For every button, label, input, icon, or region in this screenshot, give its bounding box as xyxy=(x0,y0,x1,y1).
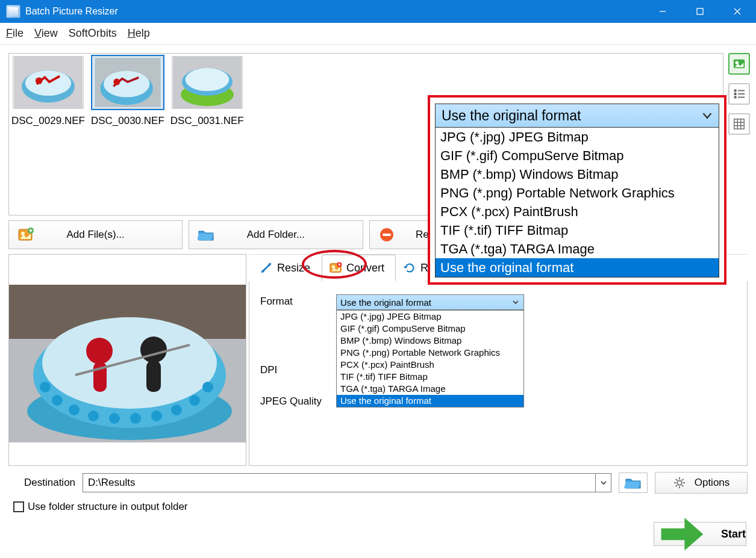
add-file-icon xyxy=(17,228,34,242)
format-option[interactable]: BMP (*.bmp) Windows Bitmap xyxy=(337,335,523,347)
svg-point-10 xyxy=(104,71,150,98)
svg-point-39 xyxy=(86,338,113,364)
format-option[interactable]: TIF (*.tif) TIFF Bitmap xyxy=(337,371,523,383)
annotation-option[interactable]: PCX (*.pcx) PaintBrush xyxy=(436,202,719,221)
svg-point-30 xyxy=(21,232,25,235)
thumbnail-label: DSC_0030.NEF xyxy=(91,115,164,127)
start-button[interactable]: Start xyxy=(654,522,746,546)
preview-pane xyxy=(8,254,246,466)
tab-convert[interactable]: Convert xyxy=(322,255,396,281)
svg-line-63 xyxy=(681,485,683,487)
svg-point-38 xyxy=(42,317,217,409)
thumbnail-item[interactable]: DSC_0029.NEF xyxy=(11,56,85,127)
options-label: Options xyxy=(695,477,730,489)
annotation-option[interactable]: BMP (*.bmp) Windows Bitmap xyxy=(436,165,719,184)
destination-input[interactable] xyxy=(83,473,596,492)
browse-folder-button[interactable] xyxy=(619,473,648,493)
svg-point-49 xyxy=(130,413,141,424)
svg-point-53 xyxy=(202,382,213,392)
chevron-down-icon xyxy=(702,110,713,121)
chevron-down-icon xyxy=(511,298,520,306)
svg-point-45 xyxy=(52,395,63,406)
annotation-listbox[interactable]: JPG (*.jpg) JPEG Bitmap GIF (*.gif) Comp… xyxy=(435,128,719,277)
add-folder-button[interactable]: Add Folder... xyxy=(189,220,363,249)
tab-resize-label: Resize xyxy=(277,262,310,274)
format-listbox[interactable]: JPG (*.jpg) JPEG Bitmap GIF (*.gif) Comp… xyxy=(336,310,524,408)
format-label: Format xyxy=(260,294,336,308)
menu-file[interactable]: File xyxy=(6,27,23,40)
folder-structure-checkbox[interactable] xyxy=(13,501,24,512)
folder-structure-label: Use folder structure in output folder xyxy=(28,501,188,513)
close-button[interactable] xyxy=(719,0,756,23)
annotation-dropdown[interactable]: Use the original format xyxy=(435,104,719,128)
svg-point-17 xyxy=(736,61,739,64)
svg-point-7 xyxy=(36,77,42,84)
arrow-right-icon xyxy=(654,506,710,558)
menu-softorbits[interactable]: SoftOrbits xyxy=(69,27,117,40)
annotation-dropdown-overlay: Use the original format JPG (*.jpg) JPEG… xyxy=(428,95,726,285)
svg-point-50 xyxy=(151,411,162,421)
svg-point-18 xyxy=(734,90,736,91)
start-label: Start xyxy=(721,528,746,541)
format-option[interactable]: PCX (*.pcx) PaintBrush xyxy=(337,359,523,371)
svg-point-22 xyxy=(734,96,736,98)
format-option[interactable]: TGA (*.tga) TARGA Image xyxy=(337,383,523,395)
add-files-label: Add File(s)... xyxy=(66,229,124,241)
svg-point-11 xyxy=(113,79,120,85)
annotation-option[interactable]: PNG (*.png) Portable Network Graphics xyxy=(436,184,719,202)
annotation-option[interactable]: Use the original format xyxy=(436,258,719,277)
annotation-option[interactable]: TIF (*.tif) TIFF Bitmap xyxy=(436,221,719,240)
format-option[interactable]: Use the original format xyxy=(337,395,523,407)
menubar: File View SoftOrbits Help xyxy=(0,23,756,45)
svg-rect-33 xyxy=(383,234,391,236)
tab-convert-label: Convert xyxy=(346,262,384,274)
svg-point-41 xyxy=(140,336,167,363)
format-option[interactable]: JPG (*.jpg) JPEG Bitmap xyxy=(337,311,523,323)
view-list-icon[interactable] xyxy=(728,83,750,105)
options-button[interactable]: Options xyxy=(655,472,748,494)
view-grid-icon[interactable] xyxy=(728,113,750,135)
remove-icon xyxy=(378,228,395,242)
destination-dropdown-button[interactable] xyxy=(596,473,611,492)
dpi-label: DPI xyxy=(260,363,336,376)
thumbnail-item[interactable]: DSC_0031.NEF xyxy=(170,56,244,127)
svg-line-64 xyxy=(675,485,677,487)
menu-help[interactable]: Help xyxy=(128,27,150,40)
thumbnail-item[interactable]: DSC_0030.NEF xyxy=(91,56,164,127)
svg-rect-42 xyxy=(146,361,161,392)
svg-point-51 xyxy=(171,405,182,415)
svg-point-20 xyxy=(734,93,736,95)
menu-view[interactable]: View xyxy=(34,27,58,40)
jpeg-quality-label: JPEG Quality xyxy=(260,394,336,408)
svg-point-57 xyxy=(677,480,681,485)
maximize-button[interactable] xyxy=(681,0,719,23)
format-dropdown[interactable]: Use the original format xyxy=(336,294,524,310)
format-option[interactable]: PNG (*.png) Portable Network Graphics xyxy=(337,347,523,359)
annotation-option[interactable]: GIF (*.gif) CompuServe Bitmap xyxy=(436,146,719,165)
thumbnail-label: DSC_0029.NEF xyxy=(11,115,85,127)
svg-point-52 xyxy=(189,395,200,406)
svg-point-44 xyxy=(40,382,51,392)
svg-point-6 xyxy=(25,70,71,96)
app-icon xyxy=(6,5,20,18)
add-files-button[interactable]: Add File(s)... xyxy=(8,220,183,249)
svg-line-65 xyxy=(681,479,683,481)
view-thumbs-icon[interactable] xyxy=(728,53,750,75)
svg-rect-1 xyxy=(697,8,703,14)
annotation-option[interactable]: TGA (*.tga) TARGA Image xyxy=(436,240,719,258)
add-folder-label: Add Folder... xyxy=(247,229,305,241)
svg-point-15 xyxy=(185,68,229,91)
annotation-option[interactable]: JPG (*.jpg) JPEG Bitmap xyxy=(436,128,719,146)
svg-point-47 xyxy=(88,411,99,421)
preview-image xyxy=(9,285,246,442)
format-option[interactable]: GIF (*.gif) CompuServe Bitmap xyxy=(337,323,523,335)
svg-point-48 xyxy=(109,413,120,424)
thumbnail-label: DSC_0031.NEF xyxy=(170,115,244,127)
svg-line-62 xyxy=(675,479,677,481)
format-selected: Use the original format xyxy=(340,297,431,308)
minimize-button[interactable] xyxy=(644,0,681,23)
app-title: Batch Picture Resizer xyxy=(25,6,118,17)
tab-resize[interactable]: Resize xyxy=(252,255,322,281)
destination-label: Destination xyxy=(24,477,75,489)
tabs-pane: Resize Convert Rotate Format Use the ori… xyxy=(249,254,748,466)
